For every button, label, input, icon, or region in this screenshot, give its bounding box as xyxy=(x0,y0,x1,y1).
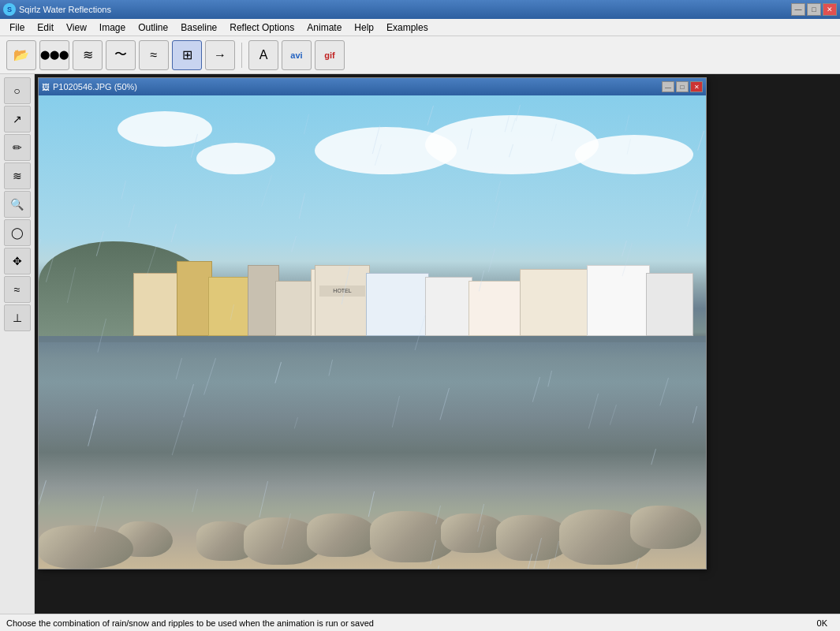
toolbox: ○↗✏≋🔍◯✥≈⊥ xyxy=(0,74,35,614)
image-window-title: 🖼 P1020546.JPG (50%) xyxy=(42,82,137,91)
close-button[interactable]: ✕ xyxy=(823,3,837,16)
toolbar: 📂⬤⬤⬤≋〜≈⊞→Aavigif xyxy=(0,36,840,74)
image-window: 🖼 P1020546.JPG (50%) — □ ✕ xyxy=(38,77,707,569)
rain-line xyxy=(698,131,705,151)
img-maximize-button[interactable]: □ xyxy=(676,81,689,92)
buildings: HOTEL xyxy=(39,233,706,336)
menu-item-animate[interactable]: Animate xyxy=(301,21,348,35)
wave2-tool[interactable]: ≈ xyxy=(4,276,31,303)
status-message: Choose the combination of rain/snow and … xyxy=(6,618,374,628)
menu-bar: FileEditViewImageOutlineBaselineReflect … xyxy=(0,19,840,36)
window-controls: — □ ✕ xyxy=(791,3,837,16)
building-11 xyxy=(587,265,650,336)
canvas-area: 🖼 P1020546.JPG (50%) — □ ✕ xyxy=(35,74,840,614)
building-4 xyxy=(248,265,279,336)
search-tool[interactable]: 🔍 xyxy=(4,191,31,218)
font-button[interactable]: A xyxy=(248,40,278,70)
building-1 xyxy=(133,273,181,336)
menu-item-image[interactable]: Image xyxy=(93,21,132,35)
image-window-controls: — □ ✕ xyxy=(662,81,703,92)
menu-item-edit[interactable]: Edit xyxy=(31,21,60,35)
cloud-4 xyxy=(118,111,212,147)
menu-item-outline[interactable]: Outline xyxy=(132,21,174,35)
title-bar-left: S Sqirlz Water Reflections xyxy=(3,3,111,16)
status-bar: Choose the combination of rain/snow and … xyxy=(0,614,840,631)
move-tool[interactable]: ✥ xyxy=(4,248,31,274)
menu-item-baseline[interactable]: Baseline xyxy=(174,21,223,35)
gif-button[interactable]: gif xyxy=(315,40,345,70)
menu-item-file[interactable]: File xyxy=(3,21,31,35)
building-3 xyxy=(208,277,252,336)
building-8 xyxy=(425,277,472,336)
main-content: ○↗✏≋🔍◯✥≈⊥ 🖼 P1020546.JPG (50%) — □ ✕ xyxy=(0,74,840,614)
menu-item-reflect-options[interactable]: Reflect Options xyxy=(223,21,301,35)
waves2-button[interactable]: 〜 xyxy=(106,40,136,70)
arrow-tool[interactable]: ↗ xyxy=(4,106,31,133)
rain-line xyxy=(493,201,500,228)
ellipse-tool[interactable]: ○ xyxy=(4,77,31,104)
title-bar: S Sqirlz Water Reflections — □ ✕ xyxy=(0,0,840,19)
reflect-options-button[interactable]: ⊞ xyxy=(172,40,202,70)
bottom-tool[interactable]: ⊥ xyxy=(4,304,31,331)
waves1-button[interactable]: ≋ xyxy=(73,40,103,70)
rocks xyxy=(39,490,706,569)
rain-line xyxy=(697,186,706,213)
dots-button[interactable]: ⬤⬤⬤ xyxy=(39,40,69,70)
rain-line xyxy=(298,193,304,219)
menu-item-help[interactable]: Help xyxy=(348,21,380,35)
circle-tool[interactable]: ◯ xyxy=(4,219,31,246)
arrow-button[interactable]: → xyxy=(205,40,235,70)
rain-line xyxy=(121,180,126,199)
building-9 xyxy=(469,281,524,336)
cloud-5 xyxy=(196,143,275,174)
cloud-2 xyxy=(425,115,599,174)
wave-tool[interactable]: ≋ xyxy=(4,162,31,189)
rain-line xyxy=(128,204,135,227)
app-title: Sqirlz Water Reflections xyxy=(19,5,111,14)
rain-line xyxy=(687,190,698,226)
menu-item-view[interactable]: View xyxy=(60,21,93,35)
rock-10 xyxy=(630,506,701,549)
hotel-building: HOTEL xyxy=(315,265,370,336)
hotel-sign: HOTEL xyxy=(319,286,365,297)
building-12 xyxy=(646,273,693,336)
rain-line xyxy=(427,106,434,125)
ripple-button[interactable]: ≈ xyxy=(139,40,169,70)
img-minimize-button[interactable]: — xyxy=(662,81,674,92)
beach-scene: HOTEL xyxy=(39,95,706,569)
image-window-title-text: P1020546.JPG (50%) xyxy=(53,82,137,91)
toolbar-separator xyxy=(241,43,242,68)
building-2 xyxy=(177,261,212,336)
building-7 xyxy=(366,273,429,336)
img-close-button[interactable]: ✕ xyxy=(690,81,703,92)
open-file-button[interactable]: 📂 xyxy=(6,40,36,70)
building-5 xyxy=(275,281,315,336)
image-container: HOTEL xyxy=(39,95,706,569)
maximize-button[interactable]: □ xyxy=(807,3,821,16)
minimize-button[interactable]: — xyxy=(791,3,805,16)
image-window-titlebar: 🖼 P1020546.JPG (50%) — □ ✕ xyxy=(39,78,706,95)
menu-item-examples[interactable]: Examples xyxy=(380,21,435,35)
rain-line xyxy=(304,114,309,134)
image-icon: 🖼 xyxy=(42,83,50,91)
rain-line xyxy=(495,181,501,202)
rain-line xyxy=(625,114,629,131)
rain-line xyxy=(261,175,272,207)
pencil-tool[interactable]: ✏ xyxy=(4,134,31,161)
avi-button[interactable]: avi xyxy=(282,40,312,70)
waterline xyxy=(39,336,706,342)
app-icon: S xyxy=(3,3,16,16)
rock-3 xyxy=(307,513,378,557)
building-10 xyxy=(520,269,591,336)
cloud-3 xyxy=(575,135,693,174)
status-ok: 0K xyxy=(817,618,834,628)
